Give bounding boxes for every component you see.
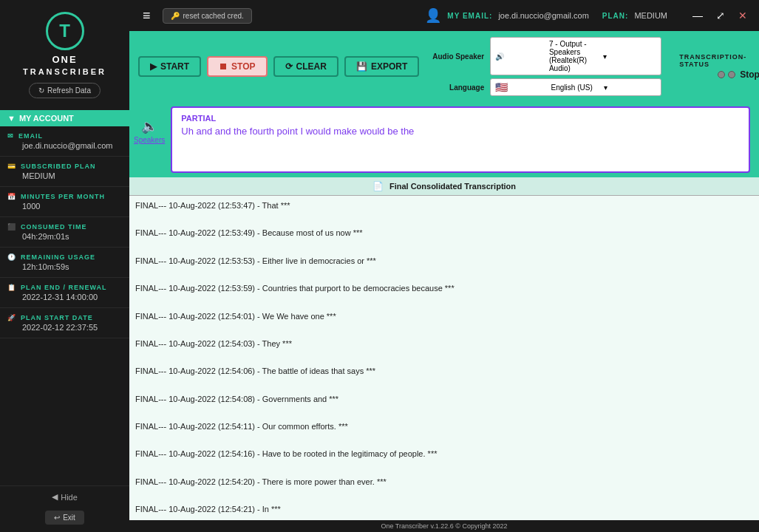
table-row: FINAL--- 10-Aug-2022 (12:53:59) - Countr… — [135, 282, 753, 296]
export-icon: 💾 — [356, 61, 367, 72]
main-content: ≡ 🔑 reset cached cred. 👤 MY EMAIL: joe.d… — [129, 0, 759, 532]
speaker-volume-icon: 🔈 — [141, 118, 157, 134]
menu-button[interactable]: ≡ — [138, 7, 155, 25]
clock-icon: ⬛ — [7, 223, 16, 231]
maximize-button[interactable]: ⤢ — [713, 10, 728, 21]
table-row: FINAL--- 10-Aug-2022 (12:54:21) - In *** — [135, 502, 753, 516]
sidebar-plan-start-section: 🚀 PLAN START DATE 2022-02-12 22:37:55 — [0, 308, 129, 338]
play-icon: ▶ — [150, 61, 157, 72]
clear-icon: ⟳ — [285, 61, 293, 72]
final-header-text: Final Consolidated Transcription — [389, 182, 516, 191]
controls-bar: ▶ START ⏹ STOP ⟳ CLEAR 💾 EXPORT Audio Sp… — [129, 31, 759, 102]
status-indicators: Stopped — [718, 69, 759, 80]
sidebar-minutes-section: 📅 MINUTES PER MONTH 1000 — [0, 187, 129, 217]
partial-box: PARTIAL Uh and and the fourth point I wo… — [171, 106, 750, 173]
start-button[interactable]: ▶ START — [138, 56, 201, 77]
document-icon: 📄 — [372, 181, 384, 191]
exit-icon: ↩ — [54, 514, 60, 522]
chevron-icon: ◀ — [52, 492, 58, 502]
consumed-value: 04h:29m:01s — [7, 232, 122, 241]
speaker-icon: 🔊 — [495, 52, 549, 61]
minutes-label: 📅 MINUTES PER MONTH — [7, 193, 122, 200]
email-icon: ✉ — [7, 132, 14, 140]
language-label: Language — [425, 83, 484, 92]
plan-label: PLAN: — [602, 12, 629, 20]
minimize-button[interactable]: — — [690, 10, 706, 21]
audio-section: Audio Speaker 🔊 7 - Output - Speakers (R… — [425, 37, 661, 96]
transcription-status: Transcription-Status Stopped — [679, 53, 759, 80]
status-value: Stopped — [740, 69, 759, 80]
table-row: FINAL--- 10-Aug-2022 (12:54:03) - They *… — [135, 337, 753, 351]
table-row: FINAL--- 10-Aug-2022 (12:54:11) - Our co… — [135, 420, 753, 434]
rocket-icon: 🚀 — [7, 314, 16, 321]
stop-icon: ⏹ — [219, 61, 228, 72]
footer-text: One Transcriber v.1.22.6 © Copyright 202… — [381, 522, 507, 530]
sidebar-consumed-section: ⬛ CONSUMED TIME 04h:29m:01s — [0, 217, 129, 248]
export-button[interactable]: 💾 EXPORT — [344, 56, 419, 77]
logo-area: T ONE TRANSCRIBER ↻ Refresh Data — [0, 0, 129, 110]
transcription-scroll[interactable]: FINAL--- 10-Aug-2022 (12:53:47) - That *… — [129, 196, 759, 520]
hide-button[interactable]: ◀ Hide — [0, 486, 129, 508]
partial-label: PARTIAL — [181, 114, 740, 123]
consumed-label: ⬛ CONSUMED TIME — [7, 223, 122, 231]
table-row: FINAL--- 10-Aug-2022 (12:54:16) - Have t… — [135, 447, 753, 461]
chevron-down-icon-lang: ▾ — [604, 83, 656, 92]
email-display: joe.di.nuccio@gmail.com — [498, 11, 588, 20]
logo-text: ONE TRANSCRIBER — [23, 53, 106, 78]
user-icon: 👤 — [425, 7, 441, 24]
email-value: joe.di.nuccio@gmail.com — [7, 141, 122, 150]
audio-speaker-select[interactable]: 🔊 7 - Output - Speakers (Realtek(R) Audi… — [490, 37, 661, 75]
gauge-icon: 🕐 — [7, 253, 16, 261]
exit-button[interactable]: ↩ Exit — [45, 511, 84, 525]
table-row: FINAL--- 10-Aug-2022 (12:54:06) - The ba… — [135, 364, 753, 378]
topbar-email-section: 👤 MY EMAIL: joe.di.nuccio@gmail.com PLAN… — [425, 7, 667, 24]
status-dot-2 — [728, 71, 735, 78]
language-select[interactable]: 🇺🇸 English (US) ▾ — [490, 78, 661, 96]
table-row: FINAL--- 10-Aug-2022 (12:54:01) - We We … — [135, 310, 753, 324]
speakers-link[interactable]: Speakers — [134, 136, 165, 144]
calendar-icon: 📅 — [7, 193, 16, 200]
transcription-status-title: Transcription-Status — [679, 53, 759, 68]
plan-end-icon: 📋 — [7, 284, 16, 291]
remaining-label: 🕐 REMAINING USAGE — [7, 253, 122, 261]
sidebar: T ONE TRANSCRIBER ↻ Refresh Data ▼ MY AC… — [0, 0, 129, 532]
my-email-label: MY EMAIL: — [447, 12, 492, 20]
refresh-button[interactable]: ↻ Refresh Data — [29, 83, 101, 98]
logo-icon: T — [46, 12, 84, 50]
reset-cached-cred-button[interactable]: 🔑 reset cached cred. — [163, 8, 252, 24]
my-account-header[interactable]: ▼ MY ACCOUNT — [0, 110, 129, 126]
close-button[interactable]: ✕ — [735, 10, 750, 21]
refresh-icon: ↻ — [38, 86, 44, 95]
flag-icon: 🇺🇸 — [495, 81, 548, 93]
sidebar-footer: ◀ Hide ↩ Exit — [0, 485, 129, 532]
clear-button[interactable]: ⟳ CLEAR — [273, 56, 338, 77]
plan-value: MEDIUM — [7, 171, 122, 180]
sidebar-plan-section: 💳 SUBSCRIBED PLAN MEDIUM — [0, 157, 129, 187]
plan-start-label: 🚀 PLAN START DATE — [7, 314, 122, 321]
status-dots — [718, 71, 735, 78]
topbar: ≡ 🔑 reset cached cred. 👤 MY EMAIL: joe.d… — [129, 0, 759, 31]
chevron-down-icon: ▾ — [603, 52, 657, 61]
plan-end-label: 📋 PLAN END / RENEWAL — [7, 284, 122, 291]
partial-text: Uh and and the fourth point I would make… — [181, 126, 740, 137]
plan-value-display: MEDIUM — [634, 11, 667, 20]
remaining-value: 12h:10m:59s — [7, 262, 122, 271]
speaker-icon-area: 🔈 Speakers — [134, 106, 165, 144]
stop-button[interactable]: ⏹ STOP — [207, 56, 267, 77]
key-icon: 🔑 — [171, 12, 180, 20]
subscribed-plan-label: 💳 SUBSCRIBED PLAN — [7, 163, 122, 170]
table-row: FINAL--- 10-Aug-2022 (12:54:20) - There … — [135, 475, 753, 489]
audio-speaker-value: 7 - Output - Speakers (Realtek(R) Audio) — [549, 40, 603, 72]
minutes-value: 1000 — [7, 202, 122, 211]
table-row: FINAL--- 10-Aug-2022 (12:53:47) - That *… — [135, 199, 753, 213]
sidebar-email-section: ✉ EMAIL joe.di.nuccio@gmail.com — [0, 126, 129, 157]
language-value: English (US) — [551, 83, 604, 92]
chevron-down-icon: ▼ — [7, 114, 16, 123]
final-header: 📄 Final Consolidated Transcription — [129, 177, 759, 196]
transcription-section: 📄 Final Consolidated Transcription FINAL… — [129, 177, 759, 520]
bottom-bar: One Transcriber v.1.22.6 © Copyright 202… — [129, 520, 759, 532]
table-row: FINAL--- 10-Aug-2022 (12:54:08) - Govern… — [135, 392, 753, 406]
partial-area: 🔈 Speakers PARTIAL Uh and and the fourth… — [129, 102, 759, 177]
table-row: FINAL--- 10-Aug-2022 (12:53:49) - Becaus… — [135, 226, 753, 240]
plan-end-value: 2022-12-31 14:00:00 — [7, 293, 122, 301]
